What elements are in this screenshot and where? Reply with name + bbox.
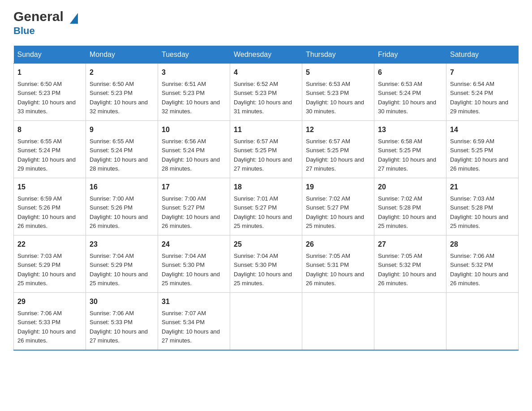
empty-cell [302, 293, 374, 351]
day-info: Sunrise: 6:57 AMSunset: 5:25 PMDaylight:… [306, 138, 364, 172]
day-cell-7: 7 Sunrise: 6:54 AMSunset: 5:24 PMDayligh… [446, 64, 519, 121]
day-info: Sunrise: 6:50 AMSunset: 5:23 PMDaylight:… [17, 81, 76, 115]
day-cell-21: 21 Sunrise: 7:03 AMSunset: 5:28 PMDaylig… [446, 178, 519, 235]
day-number: 24 [162, 239, 226, 250]
day-header-thursday: Thursday [302, 46, 374, 64]
day-header-friday: Friday [374, 46, 446, 64]
calendar-table: SundayMondayTuesdayWednesdayThursdayFrid… [13, 46, 519, 351]
day-info: Sunrise: 7:02 AMSunset: 5:28 PMDaylight:… [378, 195, 436, 229]
day-number: 5 [306, 67, 370, 78]
day-number: 10 [162, 124, 226, 135]
day-info: Sunrise: 6:58 AMSunset: 5:25 PMDaylight:… [378, 138, 436, 172]
day-header-wednesday: Wednesday [230, 46, 302, 64]
day-number: 14 [450, 124, 515, 135]
day-cell-1: 1 Sunrise: 6:50 AMSunset: 5:23 PMDayligh… [14, 64, 86, 121]
day-info: Sunrise: 6:55 AMSunset: 5:24 PMDaylight:… [17, 138, 76, 172]
day-cell-31: 31 Sunrise: 7:07 AMSunset: 5:34 PMDaylig… [158, 293, 230, 351]
day-cell-26: 26 Sunrise: 7:05 AMSunset: 5:31 PMDaylig… [302, 235, 374, 293]
day-cell-12: 12 Sunrise: 6:57 AMSunset: 5:25 PMDaylig… [302, 121, 374, 178]
day-cell-5: 5 Sunrise: 6:53 AMSunset: 5:23 PMDayligh… [302, 64, 374, 121]
day-info: Sunrise: 7:06 AMSunset: 5:33 PMDaylight:… [90, 310, 148, 344]
empty-cell [230, 293, 302, 351]
day-cell-4: 4 Sunrise: 6:52 AMSunset: 5:23 PMDayligh… [230, 64, 302, 121]
day-info: Sunrise: 7:02 AMSunset: 5:27 PMDaylight:… [306, 195, 364, 229]
day-header-saturday: Saturday [446, 46, 519, 64]
day-cell-8: 8 Sunrise: 6:55 AMSunset: 5:24 PMDayligh… [14, 121, 86, 178]
day-number: 12 [306, 124, 370, 135]
day-cell-6: 6 Sunrise: 6:53 AMSunset: 5:24 PMDayligh… [374, 64, 446, 121]
day-info: Sunrise: 7:03 AMSunset: 5:28 PMDaylight:… [450, 195, 508, 229]
day-info: Sunrise: 6:56 AMSunset: 5:24 PMDaylight:… [162, 138, 220, 172]
day-info: Sunrise: 7:04 AMSunset: 5:30 PMDaylight:… [234, 253, 292, 287]
day-cell-13: 13 Sunrise: 6:58 AMSunset: 5:25 PMDaylig… [374, 121, 446, 178]
day-number: 22 [17, 239, 82, 250]
day-cell-24: 24 Sunrise: 7:04 AMSunset: 5:30 PMDaylig… [158, 235, 230, 293]
day-header-monday: Monday [86, 46, 158, 64]
day-cell-29: 29 Sunrise: 7:06 AMSunset: 5:33 PMDaylig… [14, 293, 86, 351]
day-info: Sunrise: 7:06 AMSunset: 5:32 PMDaylight:… [450, 253, 508, 287]
day-cell-17: 17 Sunrise: 7:00 AMSunset: 5:27 PMDaylig… [158, 178, 230, 235]
day-info: Sunrise: 6:55 AMSunset: 5:24 PMDaylight:… [90, 138, 148, 172]
day-info: Sunrise: 6:59 AMSunset: 5:25 PMDaylight:… [450, 138, 508, 172]
day-info: Sunrise: 7:07 AMSunset: 5:34 PMDaylight:… [162, 310, 220, 344]
day-number: 1 [17, 67, 82, 78]
day-number: 11 [234, 124, 298, 135]
day-cell-25: 25 Sunrise: 7:04 AMSunset: 5:30 PMDaylig… [230, 235, 302, 293]
logo-general-text: General [13, 9, 78, 24]
day-cell-22: 22 Sunrise: 7:03 AMSunset: 5:29 PMDaylig… [14, 235, 86, 293]
day-info: Sunrise: 7:01 AMSunset: 5:27 PMDaylight:… [234, 195, 292, 229]
day-info: Sunrise: 7:06 AMSunset: 5:33 PMDaylight:… [17, 310, 76, 344]
day-number: 20 [378, 182, 442, 193]
day-number: 26 [306, 239, 370, 250]
day-cell-27: 27 Sunrise: 7:05 AMSunset: 5:32 PMDaylig… [374, 235, 446, 293]
week-row-5: 29 Sunrise: 7:06 AMSunset: 5:33 PMDaylig… [14, 293, 519, 351]
week-row-1: 1 Sunrise: 6:50 AMSunset: 5:23 PMDayligh… [14, 64, 519, 121]
day-cell-18: 18 Sunrise: 7:01 AMSunset: 5:27 PMDaylig… [230, 178, 302, 235]
day-cell-15: 15 Sunrise: 6:59 AMSunset: 5:26 PMDaylig… [14, 178, 86, 235]
week-row-4: 22 Sunrise: 7:03 AMSunset: 5:29 PMDaylig… [14, 235, 519, 293]
day-number: 15 [17, 182, 82, 193]
day-number: 30 [90, 296, 154, 307]
day-info: Sunrise: 7:05 AMSunset: 5:32 PMDaylight:… [378, 253, 436, 287]
day-cell-20: 20 Sunrise: 7:02 AMSunset: 5:28 PMDaylig… [374, 178, 446, 235]
day-number: 29 [17, 296, 82, 307]
day-cell-14: 14 Sunrise: 6:59 AMSunset: 5:25 PMDaylig… [446, 121, 519, 178]
empty-cell [446, 293, 519, 351]
day-header-tuesday: Tuesday [158, 46, 230, 64]
page-header: General Blue [13, 9, 519, 37]
day-info: Sunrise: 6:57 AMSunset: 5:25 PMDaylight:… [234, 138, 292, 172]
day-info: Sunrise: 7:04 AMSunset: 5:29 PMDaylight:… [90, 253, 148, 287]
day-cell-16: 16 Sunrise: 7:00 AMSunset: 5:26 PMDaylig… [86, 178, 158, 235]
day-info: Sunrise: 6:52 AMSunset: 5:23 PMDaylight:… [234, 81, 292, 115]
empty-cell [374, 293, 446, 351]
day-number: 16 [90, 182, 154, 193]
day-info: Sunrise: 6:51 AMSunset: 5:23 PMDaylight:… [162, 81, 220, 115]
day-cell-2: 2 Sunrise: 6:50 AMSunset: 5:23 PMDayligh… [86, 64, 158, 121]
logo-blue-text: Blue [13, 25, 35, 37]
day-cell-23: 23 Sunrise: 7:04 AMSunset: 5:29 PMDaylig… [86, 235, 158, 293]
day-header-sunday: Sunday [14, 46, 86, 64]
day-number: 8 [17, 124, 82, 135]
day-cell-11: 11 Sunrise: 6:57 AMSunset: 5:25 PMDaylig… [230, 121, 302, 178]
day-number: 21 [450, 182, 515, 193]
day-info: Sunrise: 6:50 AMSunset: 5:23 PMDaylight:… [90, 81, 148, 115]
day-info: Sunrise: 7:05 AMSunset: 5:31 PMDaylight:… [306, 253, 364, 287]
day-number: 13 [378, 124, 442, 135]
day-info: Sunrise: 7:03 AMSunset: 5:29 PMDaylight:… [17, 253, 76, 287]
day-info: Sunrise: 6:54 AMSunset: 5:24 PMDaylight:… [450, 81, 508, 115]
day-cell-3: 3 Sunrise: 6:51 AMSunset: 5:23 PMDayligh… [158, 64, 230, 121]
day-number: 19 [306, 182, 370, 193]
day-number: 2 [90, 67, 154, 78]
svg-marker-0 [70, 13, 78, 24]
day-info: Sunrise: 6:59 AMSunset: 5:26 PMDaylight:… [17, 195, 76, 229]
logo: General Blue [13, 9, 78, 37]
day-number: 31 [162, 296, 226, 307]
day-info: Sunrise: 7:00 AMSunset: 5:26 PMDaylight:… [90, 195, 148, 229]
day-info: Sunrise: 6:53 AMSunset: 5:23 PMDaylight:… [306, 81, 364, 115]
day-number: 4 [234, 67, 298, 78]
day-info: Sunrise: 6:53 AMSunset: 5:24 PMDaylight:… [378, 81, 436, 115]
day-number: 25 [234, 239, 298, 250]
day-cell-28: 28 Sunrise: 7:06 AMSunset: 5:32 PMDaylig… [446, 235, 519, 293]
day-number: 9 [90, 124, 154, 135]
day-number: 7 [450, 67, 515, 78]
